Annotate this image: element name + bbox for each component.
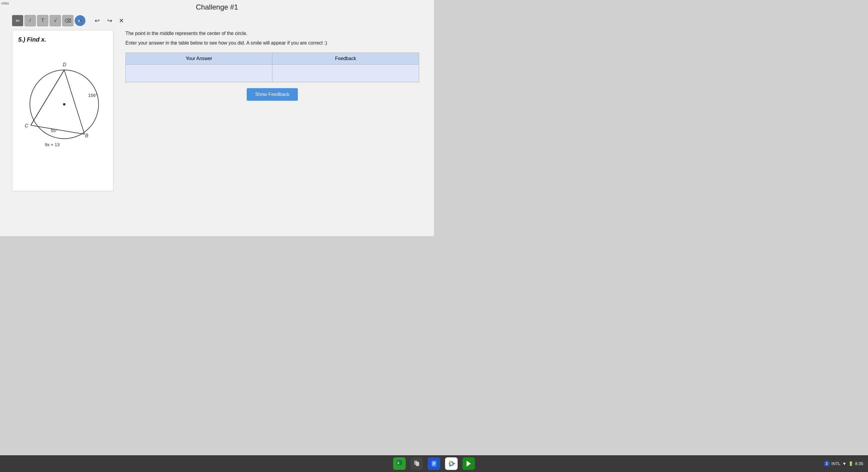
drawing-panel: 5.) Find x.	[12, 30, 114, 191]
problem-label: 5.) Find x.	[18, 36, 107, 43]
eraser-tool-button[interactable]: ⌫	[62, 15, 73, 26]
description-line1: The point in the middle represents the c…	[125, 30, 419, 37]
right-panel: The point in the middle represents the c…	[122, 30, 422, 191]
svg-line-3	[31, 125, 85, 134]
show-feedback-button[interactable]: Show Feedback	[247, 88, 298, 101]
svg-line-4	[64, 70, 85, 134]
color-tool-button[interactable]: w ▼	[75, 15, 86, 26]
svg-point-1	[63, 103, 65, 106]
close-button[interactable]: ✕	[117, 16, 126, 25]
vertex-d-label: D	[63, 62, 66, 67]
your-answer-cell[interactable]	[126, 65, 272, 82]
angle-55-label: 55°	[51, 128, 58, 133]
feedback-header: Feedback	[272, 53, 419, 65]
answer-table: Your Answer Feedback	[125, 53, 419, 82]
your-answer-header: Your Answer	[126, 53, 272, 65]
circle-diagram: D C B 156° 55° 9x + 13	[20, 49, 106, 148]
page-title: Challenge #1	[12, 3, 422, 11]
answer-input[interactable]	[132, 70, 266, 76]
sqrt-tool-button[interactable]: √	[50, 15, 61, 26]
line-tool-button[interactable]: /	[25, 15, 36, 26]
svg-line-5	[31, 70, 64, 125]
dropdown-arrow-icon: ▼	[79, 19, 82, 22]
redo-button[interactable]: ↪	[104, 15, 115, 26]
text-tool-button[interactable]: T	[37, 15, 49, 26]
feedback-cell	[272, 65, 419, 82]
angle-156-label: 156°	[88, 93, 97, 98]
description-text: The point in the middle represents the c…	[125, 30, 419, 47]
pencil-tool-button[interactable]: ✏	[12, 15, 23, 26]
toolbar: ✏ / T √ ⌫ w ▼ ↩ ↪ ✕	[12, 15, 422, 26]
expression-label: 9x + 13	[45, 142, 60, 147]
undo-button[interactable]: ↩	[91, 15, 103, 26]
vertex-c-label: C	[25, 123, 28, 128]
vertex-b-label: B	[85, 133, 88, 138]
description-line2: Enter your answer in the table below to …	[125, 39, 419, 47]
app-name: odas	[1, 1, 9, 5]
diagram-container: D C B 156° 55° 9x + 13	[18, 49, 107, 148]
